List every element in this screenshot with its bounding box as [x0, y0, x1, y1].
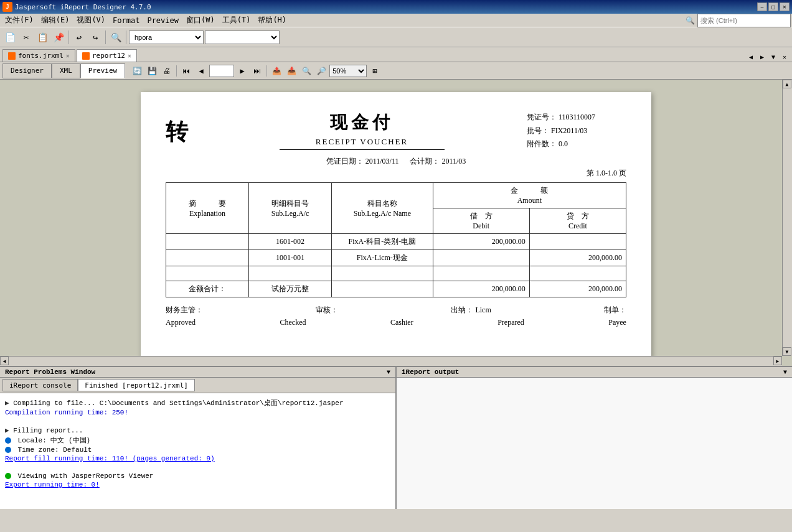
first-page-button[interactable]: ⏮ — [179, 64, 193, 78]
menu-format[interactable]: Format — [109, 15, 143, 26]
separator1 — [68, 30, 69, 44]
row2-credit: 200,000.00 — [529, 250, 626, 266]
row1-debit: 200,000.00 — [433, 234, 529, 250]
close-button[interactable]: ✕ — [780, 2, 790, 11]
zoom-in-button[interactable]: 🔍 — [299, 64, 313, 78]
row1-col2: 1601-002 — [249, 234, 332, 250]
output-header: iReport output ▼ — [397, 367, 792, 378]
scroll-right-button[interactable]: ▶ — [757, 52, 767, 62]
menu-preview[interactable]: Preview — [143, 15, 182, 26]
payee-label: Payee — [608, 318, 626, 327]
report-footer: 财务主管： 审核： 出纳： Licm 制单： Approved Ch — [166, 305, 626, 327]
redo-button[interactable]: ↪ — [88, 30, 103, 45]
tab-designer[interactable]: Designer — [2, 63, 52, 78]
horizontal-scrollbar[interactable]: ◀ ▶ — [0, 356, 782, 366]
log-line-7[interactable]: Report fill running time: 110! (pages ge… — [5, 455, 390, 462]
last-page-button[interactable]: ⏭ — [250, 64, 264, 78]
row3-credit — [529, 266, 626, 281]
row1-credit — [529, 234, 626, 250]
search-area: 🔍 — [686, 14, 791, 27]
maker-label: 制单： — [604, 305, 626, 315]
copy-button[interactable]: 📋 — [35, 30, 50, 45]
log-line-10[interactable]: Export running time: 0! — [5, 481, 390, 488]
table-row: 1601-002 FixA-科目-类别-电脑 200,000.00 — [166, 234, 626, 250]
zoom-fit-button[interactable]: ⊞ — [368, 64, 382, 78]
menu-edit[interactable]: 编辑(E) — [37, 14, 73, 27]
period-value: 2011/03 — [441, 157, 466, 166]
report-tab-icon — [82, 52, 90, 60]
output-controls: ▼ — [783, 369, 787, 376]
next-page-button[interactable]: ▶ — [235, 64, 249, 78]
new-button[interactable]: 📄 — [2, 30, 17, 45]
export2-button[interactable]: 📥 — [285, 64, 298, 78]
menu-tools[interactable]: 工具(T) — [219, 14, 255, 27]
scroll-up-button[interactable]: ▲ — [783, 80, 791, 88]
report-sub-title: RECEIPT VOUCHER — [197, 137, 527, 147]
scroll-right-button2[interactable]: ▶ — [773, 357, 782, 365]
print-button[interactable]: 🖨 — [160, 64, 174, 78]
tab-list-button[interactable]: ▼ — [768, 52, 778, 62]
zoom-combo[interactable]: 50% — [329, 65, 367, 77]
log-line-8 — [5, 464, 390, 471]
finance-label: 财务主管： — [166, 305, 203, 315]
total-credit: 200,000.00 — [529, 281, 626, 297]
scroll-left-button[interactable]: ◀ — [746, 52, 756, 62]
page-number-input[interactable] — [209, 65, 234, 77]
tab-report12[interactable]: report12 ✕ — [77, 49, 137, 62]
separator3 — [126, 30, 126, 44]
export-button[interactable]: 📤 — [270, 64, 283, 78]
title-bar: J Jaspersoft iReport Designer 4.7.0 − □ … — [0, 0, 792, 14]
tab-report12-close[interactable]: ✕ — [128, 52, 131, 59]
tab-fonts[interactable]: fonts.jrxml ✕ — [2, 49, 75, 62]
prev-page-button[interactable]: ◀ — [194, 64, 208, 78]
ireport-console-tab[interactable]: iReport console — [2, 379, 78, 391]
col-sublegname-header: 科目名称 Sub.Leg.A/c Name — [332, 183, 433, 234]
finished-tab[interactable]: Finished [report12.jrxml] — [78, 379, 195, 391]
find-button[interactable]: 🔍 — [108, 30, 123, 45]
report-combo[interactable] — [205, 30, 280, 44]
row1-col3: FixA-科目-类别-电脑 — [332, 234, 433, 250]
col-explanation-header: 摘 要 Explanation — [166, 183, 249, 234]
row3-col3 — [332, 266, 433, 281]
tab-fonts-close[interactable]: ✕ — [66, 52, 70, 59]
zoom-out-button[interactable]: 🔎 — [314, 64, 328, 78]
scroll-down-button[interactable]: ▼ — [783, 347, 791, 356]
search-input[interactable] — [697, 14, 791, 27]
row1-col1 — [166, 234, 249, 250]
menu-view[interactable]: 视图(V) — [73, 14, 109, 27]
bottom-panel: Report Problems Window ▼ iReport console… — [0, 366, 792, 509]
maximize-button[interactable]: □ — [768, 2, 778, 11]
tab-preview-label: Preview — [88, 67, 117, 75]
tab-report12-label: report12 — [92, 52, 125, 60]
minimize-button[interactable]: − — [757, 2, 767, 11]
tab-xml-label: XML — [60, 67, 72, 75]
report-page: 转 现金付 RECEIPT VOUCHER 凭证号： 1103110007 批号… — [141, 92, 651, 360]
checked-label: Checked — [280, 318, 306, 327]
paste-button[interactable]: 📌 — [51, 30, 66, 45]
cut-button[interactable]: ✂ — [19, 30, 34, 45]
menu-file[interactable]: 文件(F) — [1, 14, 37, 27]
report-main-title: 现金付 — [197, 111, 527, 134]
col-debit-header: 借 方 Debit — [433, 208, 529, 234]
scroll-left-button[interactable]: ◀ — [0, 357, 9, 365]
vertical-scrollbar[interactable]: ▲ ▼ — [782, 80, 792, 356]
reload-button[interactable]: 🔄 — [130, 64, 144, 78]
nav-sep — [176, 65, 177, 77]
report-title-section: 现金付 RECEIPT VOUCHER — [197, 111, 527, 152]
menu-help[interactable]: 帮助(H) — [254, 14, 290, 27]
total-label: 金额合计： — [166, 281, 249, 297]
console-output: ▶ Compiling to file... C:\Documents and … — [0, 393, 395, 509]
menu-window[interactable]: 窗口(W) — [182, 14, 219, 27]
datasource-combo[interactable]: hpora — [129, 30, 204, 44]
separator2 — [105, 30, 106, 44]
log-line-5: Locale: 中文 (中国) — [5, 436, 390, 445]
tab-preview[interactable]: Preview — [80, 63, 125, 78]
fonts-tab-icon — [8, 52, 16, 60]
log-line-2: Compilation running time: 250! — [5, 409, 390, 416]
save-button[interactable]: 💾 — [145, 64, 159, 78]
close-all-button[interactable]: ✕ — [780, 52, 790, 62]
undo-button[interactable]: ↩ — [72, 30, 87, 45]
row2-col2: 1001-001 — [249, 250, 332, 266]
attachment-value: 0.0 — [559, 139, 568, 148]
tab-xml[interactable]: XML — [52, 63, 80, 78]
